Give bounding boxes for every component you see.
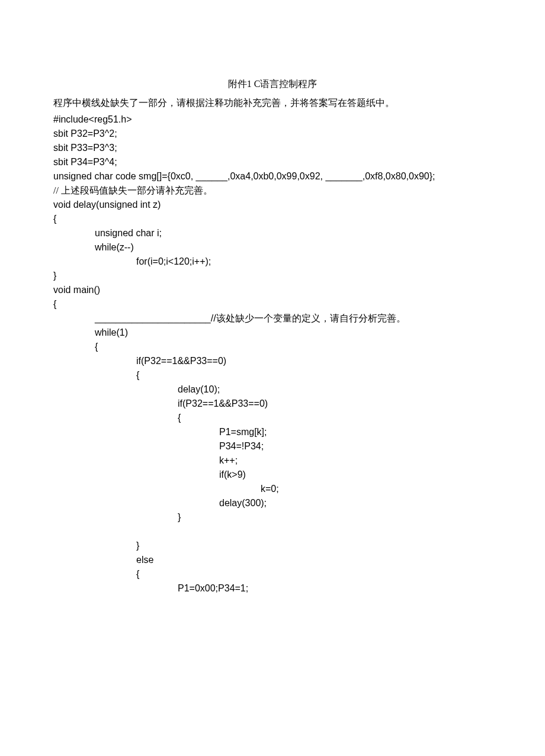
code-line: void delay(unsigned int z) bbox=[53, 198, 492, 212]
code-line: sbit P33=P3^3; bbox=[53, 141, 492, 155]
code-line: sbit P34=P3^4; bbox=[53, 155, 492, 169]
code-line: k=0; bbox=[261, 482, 492, 496]
code-line: P34=!P34; bbox=[219, 439, 492, 453]
code-line: } bbox=[178, 510, 492, 525]
code-line: { bbox=[136, 567, 492, 581]
code-line: sbit P32=P3^2; bbox=[53, 127, 492, 141]
code-line: P1=smg[k]; bbox=[219, 425, 492, 439]
code-line: { bbox=[53, 212, 492, 226]
code-line: void main() bbox=[53, 283, 492, 297]
code-line: delay(10); bbox=[178, 382, 492, 397]
code-line: if(k>9) bbox=[219, 468, 492, 482]
code-line: P1=0x00;P34=1; bbox=[178, 581, 492, 596]
code-line: if(P32==1&&P33==0) bbox=[136, 354, 492, 368]
code-line: ______________________//该处缺少一个变量的定义，请自行分… bbox=[95, 311, 492, 326]
code-line: while(z--) bbox=[95, 240, 492, 255]
code-line: // 上述段码值缺失一部分请补充完善。 bbox=[53, 184, 492, 198]
code-line: while(1) bbox=[95, 326, 492, 340]
code-line: unsigned char i; bbox=[95, 226, 492, 240]
code-line: for(i=0;i<120;i++); bbox=[136, 255, 492, 269]
code-line: } bbox=[53, 269, 492, 283]
code-line: { bbox=[95, 340, 492, 354]
code-line: if(P32==1&&P33==0) bbox=[178, 397, 492, 411]
code-line: { bbox=[178, 411, 492, 425]
code-line: delay(300); bbox=[219, 496, 492, 510]
code-line: else bbox=[136, 553, 492, 567]
code-block: #include<reg51.h>sbit P32=P3^2;sbit P33=… bbox=[53, 112, 492, 596]
code-line: #include<reg51.h> bbox=[53, 112, 492, 127]
document-instruction: 程序中横线处缺失了一部分，请根据注释功能补充完善，并将答案写在答题纸中。 bbox=[53, 96, 492, 110]
document-title: 附件1 C语言控制程序 bbox=[53, 77, 492, 91]
code-line: { bbox=[136, 368, 492, 382]
code-line: } bbox=[136, 539, 492, 553]
code-line bbox=[178, 525, 492, 539]
code-line: unsigned char code smg[]={0xc0, ______,0… bbox=[53, 169, 492, 184]
code-line: k++; bbox=[219, 453, 492, 468]
code-line: { bbox=[53, 297, 492, 311]
